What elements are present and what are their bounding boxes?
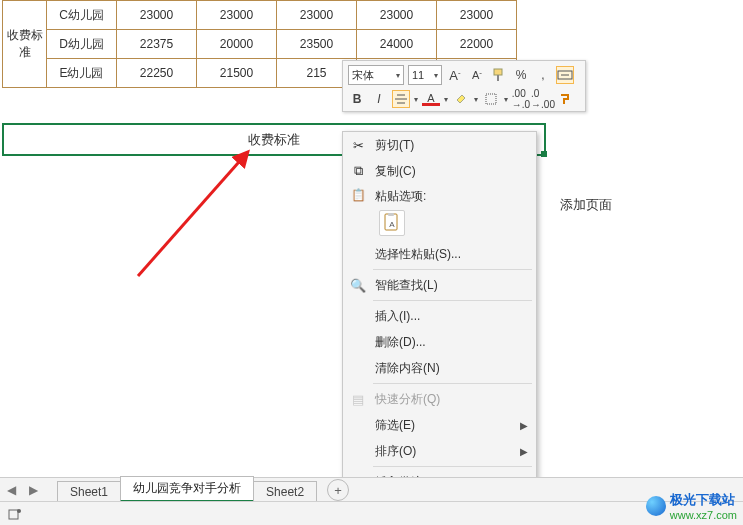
cell[interactable]: 23500	[277, 30, 357, 59]
sheet-tab[interactable]: 幼儿园竞争对手分析	[120, 476, 254, 502]
dropdown-icon[interactable]: ▾	[474, 95, 478, 104]
menu-insert[interactable]: 插入(I)...	[343, 303, 536, 329]
font-color-button[interactable]: A	[422, 90, 440, 108]
menu-copy[interactable]: ⧉ 复制(C)	[343, 158, 536, 184]
cell[interactable]: 23000	[357, 1, 437, 30]
fill-color-button[interactable]	[452, 90, 470, 108]
svg-rect-3	[497, 75, 499, 81]
cell-name[interactable]: D幼儿园	[47, 30, 117, 59]
watermark-name: 极光下载站	[670, 491, 737, 509]
table-row: D幼儿园 22375 20000 23500 24000 22000	[3, 30, 517, 59]
dropdown-icon[interactable]: ▾	[414, 95, 418, 104]
format-painter-button[interactable]	[556, 90, 574, 108]
cell[interactable]: 24000	[357, 30, 437, 59]
sheet-tab[interactable]: Sheet2	[253, 481, 317, 502]
tab-nav-prev[interactable]: ◀	[0, 479, 22, 501]
dropdown-icon[interactable]: ▾	[444, 95, 448, 104]
svg-point-17	[17, 509, 21, 513]
selected-cell-text: 收费标准	[248, 131, 300, 149]
svg-line-0	[138, 154, 246, 276]
add-page-label[interactable]: 添加页面	[560, 196, 612, 214]
svg-rect-16	[9, 510, 18, 519]
watermark-url: www.xz7.com	[670, 509, 737, 521]
quick-analysis-icon: ▤	[349, 390, 367, 408]
status-bar	[0, 501, 743, 525]
tab-nav-next[interactable]: ▶	[22, 479, 44, 501]
svg-rect-11	[388, 213, 394, 216]
align-center-button[interactable]	[392, 90, 410, 108]
cell[interactable]: 22375	[117, 30, 197, 59]
italic-button[interactable]: I	[370, 90, 388, 108]
menu-paste-options-header: 📋 粘贴选项:	[343, 184, 536, 207]
format-painter-button[interactable]	[490, 66, 508, 84]
copy-icon: ⧉	[349, 162, 367, 180]
menu-separator	[373, 383, 532, 384]
menu-separator	[373, 300, 532, 301]
cell[interactable]: 21500	[197, 59, 277, 88]
comma-button[interactable]: ,	[534, 66, 552, 84]
context-menu: ✂ 剪切(T) ⧉ 复制(C) 📋 粘贴选项: A 选择性粘贴(S)... 🔍 …	[342, 131, 537, 525]
menu-sort[interactable]: 排序(O)▶	[343, 438, 536, 464]
merge-center-button[interactable]	[556, 66, 574, 84]
font-family-select[interactable]: 宋体▾	[348, 65, 404, 85]
menu-paste-special[interactable]: 选择性粘贴(S)...	[343, 241, 536, 267]
svg-rect-2	[494, 69, 502, 75]
menu-delete[interactable]: 删除(D)...	[343, 329, 536, 355]
sheet-tab-bar: ◀ ▶ Sheet1 幼儿园竞争对手分析 Sheet2 +	[0, 477, 743, 501]
borders-button[interactable]	[482, 90, 500, 108]
menu-smart-lookup[interactable]: 🔍 智能查找(L)	[343, 272, 536, 298]
cell[interactable]: 22250	[117, 59, 197, 88]
cell[interactable]: 23000	[117, 1, 197, 30]
decrease-decimal-button[interactable]: .00→.0	[512, 90, 530, 108]
row-label-cell[interactable]: 收费标准	[3, 1, 47, 88]
annotation-arrow-icon	[128, 146, 258, 281]
menu-separator	[373, 269, 532, 270]
svg-text:A: A	[389, 220, 395, 229]
sheet-tab[interactable]: Sheet1	[57, 481, 121, 502]
paste-values-button[interactable]: A	[379, 210, 405, 236]
menu-filter[interactable]: 筛选(E)▶	[343, 412, 536, 438]
decrease-font-button[interactable]: Aˇ	[468, 66, 486, 84]
watermark: 极光下载站 www.xz7.com	[646, 491, 737, 521]
scissors-icon: ✂	[349, 136, 367, 154]
menu-quick-analysis: ▤ 快速分析(Q)	[343, 386, 536, 412]
search-icon: 🔍	[349, 276, 367, 294]
increase-decimal-button[interactable]: .0→.00	[534, 90, 552, 108]
mini-toolbar: 宋体▾ 11▾ Aˆ Aˇ % , B I ▾ A ▾ ▾ ▾ .00→.0 .…	[342, 60, 586, 112]
dropdown-icon[interactable]: ▾	[504, 95, 508, 104]
menu-cut[interactable]: ✂ 剪切(T)	[343, 132, 536, 158]
cell-name[interactable]: E幼儿园	[47, 59, 117, 88]
cell[interactable]: 22000	[437, 30, 517, 59]
menu-clear-contents[interactable]: 清除内容(N)	[343, 355, 536, 381]
increase-font-button[interactable]: Aˆ	[446, 66, 464, 84]
cell[interactable]: 23000	[277, 1, 357, 30]
cell[interactable]: 23000	[437, 1, 517, 30]
cell[interactable]: 23000	[197, 1, 277, 30]
submenu-arrow-icon: ▶	[520, 446, 528, 457]
table-row: 收费标准 C幼儿园 23000 23000 23000 23000 23000	[3, 1, 517, 30]
svg-rect-9	[486, 94, 496, 104]
bold-button[interactable]: B	[348, 90, 366, 108]
cell-name[interactable]: C幼儿园	[47, 1, 117, 30]
font-size-select[interactable]: 11▾	[408, 65, 442, 85]
clipboard-icon: 📋	[349, 186, 367, 204]
submenu-arrow-icon: ▶	[520, 420, 528, 431]
add-sheet-button[interactable]: +	[327, 479, 349, 501]
record-macro-button[interactable]	[6, 505, 24, 523]
percent-button[interactable]: %	[512, 66, 530, 84]
globe-icon	[646, 496, 666, 516]
cell[interactable]: 20000	[197, 30, 277, 59]
menu-separator	[373, 466, 532, 467]
